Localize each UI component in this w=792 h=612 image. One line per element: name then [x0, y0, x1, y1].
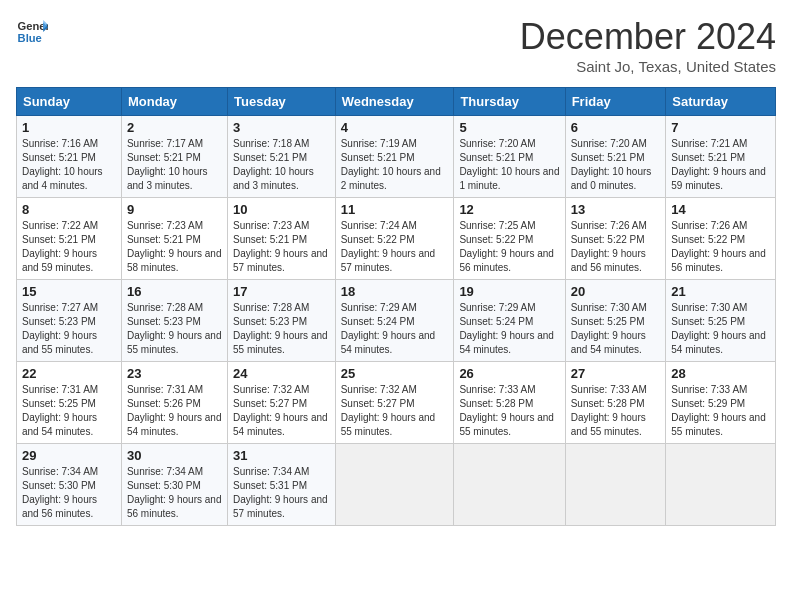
day-number: 21 — [671, 284, 770, 299]
day-info: Sunrise: 7:20 AM Sunset: 5:21 PM Dayligh… — [571, 137, 661, 193]
day-number: 18 — [341, 284, 449, 299]
day-info: Sunrise: 7:34 AM Sunset: 5:31 PM Dayligh… — [233, 465, 330, 521]
calendar-cell: 3 Sunrise: 7:18 AM Sunset: 5:21 PM Dayli… — [228, 116, 336, 198]
day-info: Sunrise: 7:28 AM Sunset: 5:23 PM Dayligh… — [233, 301, 330, 357]
day-info: Sunrise: 7:31 AM Sunset: 5:26 PM Dayligh… — [127, 383, 222, 439]
day-info: Sunrise: 7:28 AM Sunset: 5:23 PM Dayligh… — [127, 301, 222, 357]
day-info: Sunrise: 7:23 AM Sunset: 5:21 PM Dayligh… — [127, 219, 222, 275]
day-number: 6 — [571, 120, 661, 135]
day-info: Sunrise: 7:21 AM Sunset: 5:21 PM Dayligh… — [671, 137, 770, 193]
day-number: 20 — [571, 284, 661, 299]
calendar-week-2: 8 Sunrise: 7:22 AM Sunset: 5:21 PM Dayli… — [17, 198, 776, 280]
day-info: Sunrise: 7:32 AM Sunset: 5:27 PM Dayligh… — [341, 383, 449, 439]
calendar-cell: 16 Sunrise: 7:28 AM Sunset: 5:23 PM Dayl… — [121, 280, 227, 362]
calendar-week-1: 1 Sunrise: 7:16 AM Sunset: 5:21 PM Dayli… — [17, 116, 776, 198]
day-number: 12 — [459, 202, 559, 217]
day-info: Sunrise: 7:30 AM Sunset: 5:25 PM Dayligh… — [671, 301, 770, 357]
calendar-cell: 26 Sunrise: 7:33 AM Sunset: 5:28 PM Dayl… — [454, 362, 565, 444]
weekday-header-friday: Friday — [565, 88, 666, 116]
day-number: 4 — [341, 120, 449, 135]
calendar-cell: 21 Sunrise: 7:30 AM Sunset: 5:25 PM Dayl… — [666, 280, 776, 362]
calendar-cell: 23 Sunrise: 7:31 AM Sunset: 5:26 PM Dayl… — [121, 362, 227, 444]
weekday-header-tuesday: Tuesday — [228, 88, 336, 116]
calendar-cell: 5 Sunrise: 7:20 AM Sunset: 5:21 PM Dayli… — [454, 116, 565, 198]
day-number: 10 — [233, 202, 330, 217]
calendar-cell: 6 Sunrise: 7:20 AM Sunset: 5:21 PM Dayli… — [565, 116, 666, 198]
calendar-cell: 12 Sunrise: 7:25 AM Sunset: 5:22 PM Dayl… — [454, 198, 565, 280]
calendar-cell: 30 Sunrise: 7:34 AM Sunset: 5:30 PM Dayl… — [121, 444, 227, 526]
calendar-cell: 29 Sunrise: 7:34 AM Sunset: 5:30 PM Dayl… — [17, 444, 122, 526]
day-number: 28 — [671, 366, 770, 381]
day-info: Sunrise: 7:33 AM Sunset: 5:28 PM Dayligh… — [571, 383, 661, 439]
day-info: Sunrise: 7:24 AM Sunset: 5:22 PM Dayligh… — [341, 219, 449, 275]
day-number: 16 — [127, 284, 222, 299]
day-info: Sunrise: 7:33 AM Sunset: 5:28 PM Dayligh… — [459, 383, 559, 439]
weekday-header-sunday: Sunday — [17, 88, 122, 116]
day-info: Sunrise: 7:32 AM Sunset: 5:27 PM Dayligh… — [233, 383, 330, 439]
day-number: 2 — [127, 120, 222, 135]
day-info: Sunrise: 7:19 AM Sunset: 5:21 PM Dayligh… — [341, 137, 449, 193]
day-number: 25 — [341, 366, 449, 381]
calendar-cell: 14 Sunrise: 7:26 AM Sunset: 5:22 PM Dayl… — [666, 198, 776, 280]
day-info: Sunrise: 7:17 AM Sunset: 5:21 PM Dayligh… — [127, 137, 222, 193]
day-info: Sunrise: 7:23 AM Sunset: 5:21 PM Dayligh… — [233, 219, 330, 275]
day-number: 14 — [671, 202, 770, 217]
calendar-cell: 19 Sunrise: 7:29 AM Sunset: 5:24 PM Dayl… — [454, 280, 565, 362]
weekday-header-monday: Monday — [121, 88, 227, 116]
day-info: Sunrise: 7:18 AM Sunset: 5:21 PM Dayligh… — [233, 137, 330, 193]
day-number: 9 — [127, 202, 222, 217]
day-number: 26 — [459, 366, 559, 381]
day-number: 8 — [22, 202, 116, 217]
day-number: 3 — [233, 120, 330, 135]
day-number: 1 — [22, 120, 116, 135]
calendar-cell: 20 Sunrise: 7:30 AM Sunset: 5:25 PM Dayl… — [565, 280, 666, 362]
day-number: 5 — [459, 120, 559, 135]
day-number: 22 — [22, 366, 116, 381]
calendar-cell: 24 Sunrise: 7:32 AM Sunset: 5:27 PM Dayl… — [228, 362, 336, 444]
calendar-cell: 1 Sunrise: 7:16 AM Sunset: 5:21 PM Dayli… — [17, 116, 122, 198]
calendar-cell — [666, 444, 776, 526]
day-info: Sunrise: 7:26 AM Sunset: 5:22 PM Dayligh… — [571, 219, 661, 275]
day-info: Sunrise: 7:29 AM Sunset: 5:24 PM Dayligh… — [459, 301, 559, 357]
calendar-cell: 8 Sunrise: 7:22 AM Sunset: 5:21 PM Dayli… — [17, 198, 122, 280]
calendar-cell: 7 Sunrise: 7:21 AM Sunset: 5:21 PM Dayli… — [666, 116, 776, 198]
weekday-header-wednesday: Wednesday — [335, 88, 454, 116]
calendar-week-4: 22 Sunrise: 7:31 AM Sunset: 5:25 PM Dayl… — [17, 362, 776, 444]
calendar-cell: 22 Sunrise: 7:31 AM Sunset: 5:25 PM Dayl… — [17, 362, 122, 444]
calendar-cell: 11 Sunrise: 7:24 AM Sunset: 5:22 PM Dayl… — [335, 198, 454, 280]
day-number: 17 — [233, 284, 330, 299]
day-number: 11 — [341, 202, 449, 217]
calendar-cell: 25 Sunrise: 7:32 AM Sunset: 5:27 PM Dayl… — [335, 362, 454, 444]
logo-icon: General Blue — [16, 16, 48, 48]
calendar-cell: 2 Sunrise: 7:17 AM Sunset: 5:21 PM Dayli… — [121, 116, 227, 198]
day-number: 24 — [233, 366, 330, 381]
calendar-cell: 18 Sunrise: 7:29 AM Sunset: 5:24 PM Dayl… — [335, 280, 454, 362]
weekday-header-thursday: Thursday — [454, 88, 565, 116]
calendar-cell — [565, 444, 666, 526]
day-info: Sunrise: 7:20 AM Sunset: 5:21 PM Dayligh… — [459, 137, 559, 193]
title-section: December 2024 Saint Jo, Texas, United St… — [520, 16, 776, 75]
calendar-cell — [335, 444, 454, 526]
day-number: 30 — [127, 448, 222, 463]
day-info: Sunrise: 7:30 AM Sunset: 5:25 PM Dayligh… — [571, 301, 661, 357]
day-number: 31 — [233, 448, 330, 463]
day-info: Sunrise: 7:26 AM Sunset: 5:22 PM Dayligh… — [671, 219, 770, 275]
calendar-week-3: 15 Sunrise: 7:27 AM Sunset: 5:23 PM Dayl… — [17, 280, 776, 362]
day-info: Sunrise: 7:34 AM Sunset: 5:30 PM Dayligh… — [22, 465, 116, 521]
header: General Blue December 2024 Saint Jo, Tex… — [16, 16, 776, 75]
weekday-header-saturday: Saturday — [666, 88, 776, 116]
day-info: Sunrise: 7:34 AM Sunset: 5:30 PM Dayligh… — [127, 465, 222, 521]
calendar-subtitle: Saint Jo, Texas, United States — [520, 58, 776, 75]
day-info: Sunrise: 7:29 AM Sunset: 5:24 PM Dayligh… — [341, 301, 449, 357]
day-number: 27 — [571, 366, 661, 381]
calendar-cell: 9 Sunrise: 7:23 AM Sunset: 5:21 PM Dayli… — [121, 198, 227, 280]
day-info: Sunrise: 7:31 AM Sunset: 5:25 PM Dayligh… — [22, 383, 116, 439]
calendar-cell: 28 Sunrise: 7:33 AM Sunset: 5:29 PM Dayl… — [666, 362, 776, 444]
day-info: Sunrise: 7:27 AM Sunset: 5:23 PM Dayligh… — [22, 301, 116, 357]
day-number: 13 — [571, 202, 661, 217]
logo: General Blue — [16, 16, 48, 48]
day-number: 15 — [22, 284, 116, 299]
day-info: Sunrise: 7:25 AM Sunset: 5:22 PM Dayligh… — [459, 219, 559, 275]
calendar-cell: 17 Sunrise: 7:28 AM Sunset: 5:23 PM Dayl… — [228, 280, 336, 362]
calendar-cell: 13 Sunrise: 7:26 AM Sunset: 5:22 PM Dayl… — [565, 198, 666, 280]
